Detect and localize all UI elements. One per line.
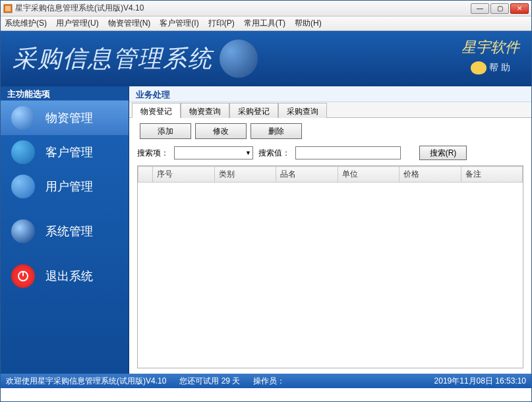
sidebar-item-exit[interactable]: 退出系统	[1, 259, 129, 293]
globe-icon	[220, 40, 258, 78]
data-grid[interactable]: 序号 类别 品名 单位 价格 备注	[137, 165, 523, 368]
status-datetime: 2019年11月08日 16:53:10	[434, 376, 526, 387]
table-header-row: 序号 类别 品名 单位 价格 备注	[138, 167, 523, 183]
tabs: 物资登记 物资查询 采购登记 采购查询	[129, 102, 531, 118]
chevron-down-icon: ▼	[245, 150, 251, 156]
sidebar-item-label: 退出系统	[45, 268, 93, 284]
business-header: 业务处理	[129, 86, 531, 102]
status-trial: 您还可试用 29 天	[179, 376, 240, 387]
minimize-button[interactable]: —	[471, 3, 489, 14]
sidebar-item-label: 用户管理	[45, 179, 93, 194]
search-field-combo[interactable]: ▼	[174, 146, 253, 159]
search-button[interactable]: 搜索(R)	[419, 146, 467, 160]
menu-users[interactable]: 用户管理(U)	[56, 18, 99, 29]
maximize-button[interactable]: ▢	[490, 3, 509, 14]
statusbar: 欢迎使用星宇采购信息管理系统(试用版)V4.10 您还可试用 29 天 操作员：…	[1, 374, 531, 388]
menubar: 系统维护(S) 用户管理(U) 物资管理(N) 客户管理(I) 打印(P) 常用…	[1, 16, 531, 31]
brand-label: 星宇软件	[461, 38, 519, 57]
menu-system[interactable]: 系统维护(S)	[5, 18, 47, 29]
tab-purchase-register[interactable]: 采购登记	[229, 103, 278, 118]
add-button[interactable]: 添加	[140, 123, 191, 139]
search-value-input[interactable]	[295, 146, 401, 159]
users-icon	[11, 175, 35, 198]
tab-body: 添加 修改 删除 搜索项： ▼ 搜索值： 搜索(R) 序号 类别	[129, 118, 531, 374]
search-row: 搜索项： ▼ 搜索值： 搜索(R)	[137, 146, 523, 160]
help-link[interactable]: 帮 助	[461, 61, 519, 74]
sidebar-item-system[interactable]: 系统管理	[1, 214, 129, 248]
sidebar-item-label: 物资管理	[45, 110, 93, 126]
svg-rect-1	[5, 6, 11, 11]
customers-icon	[11, 140, 35, 164]
titlebar: 星宇采购信息管理系统(试用版)V4.10 — ▢ ✕	[1, 1, 531, 16]
status-operator: 操作员：	[253, 376, 285, 387]
main-panel: 业务处理 物资登记 物资查询 采购登记 采购查询 添加 修改 删除 搜索项： ▼…	[129, 86, 531, 374]
status-welcome: 欢迎使用星宇采购信息管理系统(试用版)V4.10	[6, 376, 166, 387]
window-title: 星宇采购信息管理系统(试用版)V4.10	[15, 3, 471, 14]
sidebar-item-label: 系统管理	[45, 223, 93, 239]
banner: 采购信息管理系统 星宇软件 帮 助	[1, 31, 531, 86]
edit-button[interactable]: 修改	[195, 123, 247, 139]
sidebar-item-materials[interactable]: 物资管理	[1, 101, 129, 135]
col-category[interactable]: 类别	[214, 167, 276, 183]
content: 主功能选项 物资管理 客户管理 用户管理 系统管理 退出系统 业务处理 物	[1, 86, 531, 374]
close-button[interactable]: ✕	[510, 3, 529, 14]
col-index[interactable]: 序号	[153, 167, 215, 183]
col-selector[interactable]	[138, 167, 153, 183]
delete-button[interactable]: 删除	[251, 123, 302, 139]
system-icon	[11, 219, 35, 243]
sidebar-item-label: 客户管理	[45, 144, 93, 160]
power-icon	[11, 264, 35, 288]
sidebar-item-customers[interactable]: 客户管理	[1, 135, 129, 169]
tab-purchase-query[interactable]: 采购查询	[278, 103, 327, 118]
tab-material-query[interactable]: 物资查询	[181, 103, 229, 118]
menu-help[interactable]: 帮助(H)	[295, 18, 322, 29]
menu-tools[interactable]: 常用工具(T)	[244, 18, 285, 29]
window-controls: — ▢ ✕	[471, 3, 529, 14]
banner-right: 星宇软件 帮 助	[461, 38, 519, 74]
menu-materials[interactable]: 物资管理(N)	[108, 18, 151, 29]
col-unit[interactable]: 单位	[338, 167, 399, 183]
tab-material-register[interactable]: 物资登记	[132, 103, 181, 118]
sidebar-header: 主功能选项	[1, 86, 129, 101]
materials-icon	[11, 106, 35, 130]
sidebar-item-users[interactable]: 用户管理	[1, 169, 129, 204]
app-icon	[3, 4, 13, 13]
menu-print[interactable]: 打印(P)	[208, 18, 235, 29]
face-icon	[471, 61, 487, 74]
search-field-label: 搜索项：	[137, 148, 169, 159]
action-buttons: 添加 修改 删除	[140, 123, 523, 139]
help-label: 帮 助	[489, 62, 510, 74]
col-remark[interactable]: 备注	[461, 167, 523, 183]
banner-title: 采购信息管理系统	[13, 43, 213, 75]
search-value-label: 搜索值：	[258, 148, 290, 159]
col-name[interactable]: 品名	[276, 167, 338, 183]
col-price[interactable]: 价格	[399, 167, 461, 183]
menu-customers[interactable]: 客户管理(I)	[160, 18, 198, 29]
sidebar: 主功能选项 物资管理 客户管理 用户管理 系统管理 退出系统	[1, 86, 129, 374]
